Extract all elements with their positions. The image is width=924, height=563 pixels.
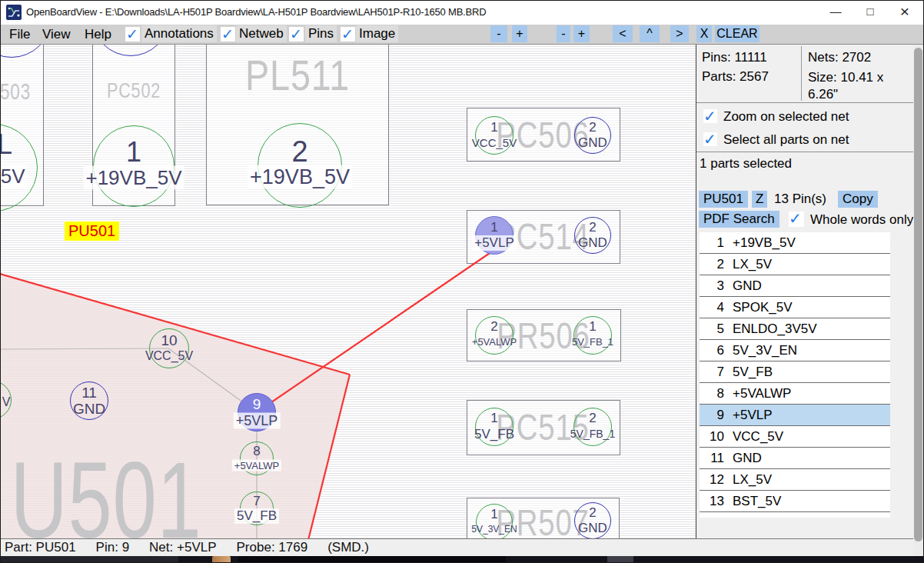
checkbox-image-icon[interactable] <box>341 27 355 42</box>
rotate-ccw-button[interactable]: < <box>613 25 633 42</box>
toggle-netweb[interactable]: Netweb <box>236 25 287 42</box>
pin-number: L <box>0 128 12 161</box>
copy-button[interactable]: Copy <box>838 191 878 208</box>
checkbox-netweb-icon[interactable] <box>221 27 235 42</box>
pin-list-row[interactable]: 65V_3V_EN <box>700 340 890 361</box>
pin-count-label: 13 Pin(s) <box>774 192 826 207</box>
pin-list-row[interactable]: 3GND <box>700 275 890 297</box>
pin-net-label: +5VLP <box>472 235 517 251</box>
netweb-line <box>0 348 168 349</box>
pin-list-row[interactable]: 11GND <box>700 448 890 469</box>
pin-net-label: +19VB_5V <box>83 166 184 190</box>
status-pin: Pin: 9 <box>96 540 129 555</box>
pin-list-net: +19VB_5V <box>733 232 796 253</box>
step-down-button[interactable]: - <box>557 25 570 42</box>
board-canvas[interactable]: 503PC502PL511PC506PC514PR506PC515PR507U5… <box>0 45 696 538</box>
whole-words-checkbox[interactable] <box>789 212 804 227</box>
pin-net-label: +19VB_5V <box>248 165 352 189</box>
part-ref-button[interactable]: PU501 <box>699 191 748 208</box>
stat-pins: Pins: 11111 <box>702 50 767 65</box>
zoom-to-part-button[interactable]: Z <box>752 191 767 208</box>
toggle-image[interactable]: Image <box>356 25 398 42</box>
pin-net-label: VCC_5V <box>145 349 193 363</box>
pin-list-row[interactable]: 10VCC_5V <box>700 426 890 448</box>
highlighted-net-line <box>305 375 350 538</box>
pin-number: 1 <box>490 220 497 235</box>
pin-list-net: +5VALWP <box>733 383 791 404</box>
pin-number: 1 <box>490 120 497 135</box>
pin-net-label: 5V_FB_1 <box>572 336 613 348</box>
pin-list-net: ENLDO_3V5V <box>733 318 817 339</box>
selection-status: 1 parts selected <box>700 156 792 172</box>
pin-net-label: +5VALWP <box>472 336 517 348</box>
stat-nets: Nets: 2702 <box>808 50 871 65</box>
pin-net-label: +5VALWP <box>232 460 281 471</box>
pin-list-row[interactable]: 9+5VLP <box>700 405 890 426</box>
flip-board-button[interactable]: ^ <box>640 25 660 42</box>
window-title: OpenBoardView - E:\Downloads\LA-H501P Bo… <box>26 0 486 25</box>
pin-list-row[interactable]: 5ENLDO_3V5V <box>700 318 890 340</box>
pin-number: 2 <box>291 135 307 168</box>
pin-list-net: 5V_3V_EN <box>733 340 797 361</box>
pin-list-number: 11 <box>700 448 724 468</box>
zoom-on-net-checkbox[interactable] <box>703 109 717 123</box>
pin-list-row[interactable]: 4SPOK_5V <box>700 297 890 318</box>
pin-number: 1 <box>490 507 497 522</box>
menu-help[interactable]: Help <box>85 25 111 44</box>
menu-view[interactable]: View <box>42 25 71 44</box>
pin-list-row[interactable]: 75V_FB <box>700 361 890 383</box>
pin-net-list[interactable]: 1+19VB_5V2LX_5V3GND4SPOK_5V5ENLDO_3V5V65… <box>700 232 890 518</box>
zoom-on-net-label: Zoom on selected net <box>723 109 849 125</box>
separator <box>696 102 913 103</box>
stat-parts: Parts: 2567 <box>702 69 769 85</box>
minimize-button[interactable]: — <box>824 0 847 25</box>
step-up-button[interactable]: + <box>573 25 590 42</box>
pin-list-row[interactable]: 13BST_5V <box>700 491 890 512</box>
maximize-button[interactable]: □ <box>859 0 882 25</box>
pin-list-number: 6 <box>700 340 724 361</box>
scrollbar-thumb[interactable] <box>914 48 922 541</box>
pin-number: 1 <box>490 411 497 426</box>
pin-list-row[interactable]: 1+19VB_5V <box>700 232 890 254</box>
pin-list-net: LX_5V <box>733 254 772 275</box>
pin-list-net: GND <box>733 275 762 296</box>
stats-divider <box>801 46 802 101</box>
select-all-parts-label: Select all parts on net <box>723 132 849 148</box>
pin-list-net: +5VLP <box>733 405 773 425</box>
pin-list-row[interactable]: 12LX_5V <box>700 469 890 491</box>
checkbox-pins-icon[interactable] <box>289 27 304 42</box>
pin-net-label: GND <box>578 235 607 251</box>
pin-list-number: 2 <box>700 254 724 275</box>
select-all-parts-checkbox[interactable] <box>703 132 717 146</box>
stat-size: Size: 10.41 x 6.26" <box>808 69 909 103</box>
pin-list-number: 1 <box>700 232 724 253</box>
pin-list-net: LX_5V <box>733 469 772 490</box>
highlighted-net-line <box>257 250 494 412</box>
pin-number: 1 <box>126 136 141 168</box>
pin-number: 2 <box>589 411 596 426</box>
status-part: Part: PU501 <box>5 540 76 555</box>
pin-list-row[interactable]: 2LX_5V <box>700 254 890 275</box>
checkbox-annotations-icon[interactable] <box>125 27 140 42</box>
background-app-icon <box>212 556 231 563</box>
menu-file[interactable]: File <box>9 25 30 44</box>
background-window-strip <box>0 556 924 563</box>
sidebar-scrollbar[interactable] <box>913 45 924 556</box>
app-icon <box>6 5 22 20</box>
toggle-annotations[interactable]: Annotations <box>141 25 217 42</box>
zoom-out-button[interactable]: - <box>490 25 507 42</box>
zoom-in-button[interactable]: + <box>512 25 527 42</box>
close-file-button[interactable]: X <box>696 25 712 42</box>
toggle-pins[interactable]: Pins <box>305 25 337 42</box>
pin-list-row[interactable]: 8+5VALWP <box>700 383 890 405</box>
rotate-cw-button[interactable]: > <box>670 25 689 42</box>
pin-net-label: 5V_FB_1 <box>570 428 615 440</box>
pin-net-label: 5V_FB <box>234 508 279 524</box>
pin-list-net: VCC_5V <box>733 426 783 447</box>
close-button[interactable]: × <box>890 0 919 25</box>
clear-button[interactable]: CLEAR <box>715 25 759 42</box>
annotation-label[interactable]: PU501 <box>65 222 119 241</box>
title-bar: OpenBoardView - E:\Downloads\LA-H501P Bo… <box>0 0 924 25</box>
pdf-search-button[interactable]: PDF Search <box>699 211 779 228</box>
separator <box>696 152 913 152</box>
